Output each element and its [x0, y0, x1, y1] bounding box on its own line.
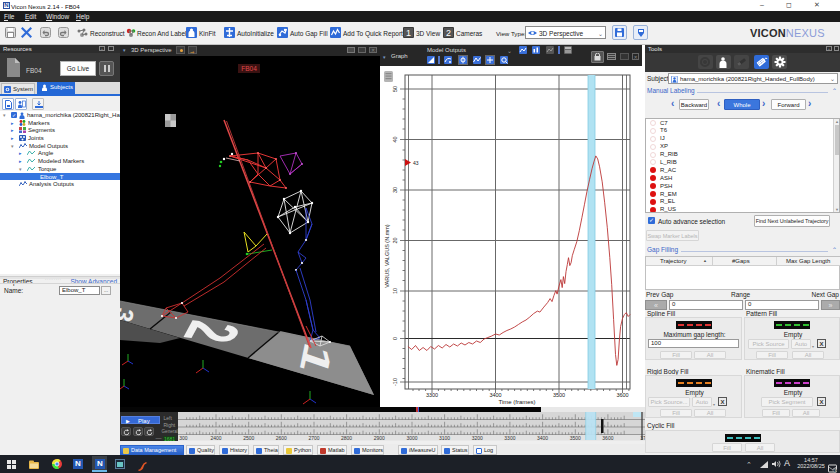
svg-text:3100: 3100 — [439, 435, 450, 441]
svg-text:40: 40 — [392, 136, 398, 142]
svg-text:0: 0 — [392, 337, 398, 340]
svg-text:3000: 3000 — [406, 435, 417, 441]
svg-text:VARUS, VALGUS (N.mm): VARUS, VALGUS (N.mm) — [384, 224, 390, 288]
svg-text:2700: 2700 — [308, 435, 319, 441]
svg-text:2400: 2400 — [210, 435, 221, 441]
svg-text:20: 20 — [392, 237, 398, 243]
svg-text:2800: 2800 — [341, 435, 352, 441]
svg-text:-10: -10 — [392, 378, 398, 386]
svg-text:Time (frames): Time (frames) — [498, 399, 535, 405]
svg-text:300: 300 — [179, 435, 188, 441]
svg-text:3300: 3300 — [426, 392, 438, 398]
svg-text:FB04: FB04 — [241, 65, 257, 72]
svg-text:3500: 3500 — [570, 435, 581, 441]
svg-text:3500: 3500 — [553, 392, 565, 398]
svg-text:3200: 3200 — [472, 435, 483, 441]
svg-text:3600: 3600 — [616, 392, 628, 398]
svg-text:3600: 3600 — [602, 435, 613, 441]
svg-text:1: 1 — [406, 28, 411, 38]
svg-text:10: 10 — [392, 288, 398, 294]
svg-text:3400: 3400 — [489, 392, 501, 398]
svg-text:2900: 2900 — [374, 435, 385, 441]
svg-text:3400: 3400 — [537, 435, 548, 441]
svg-text:50: 50 — [392, 86, 398, 92]
svg-text:43: 43 — [413, 160, 419, 166]
svg-text:30: 30 — [392, 187, 398, 193]
svg-text:2: 2 — [446, 28, 451, 38]
svg-text:2500: 2500 — [243, 435, 254, 441]
svg-text:37: 37 — [640, 435, 645, 441]
svg-text:2600: 2600 — [276, 435, 287, 441]
svg-text:3300: 3300 — [504, 435, 515, 441]
